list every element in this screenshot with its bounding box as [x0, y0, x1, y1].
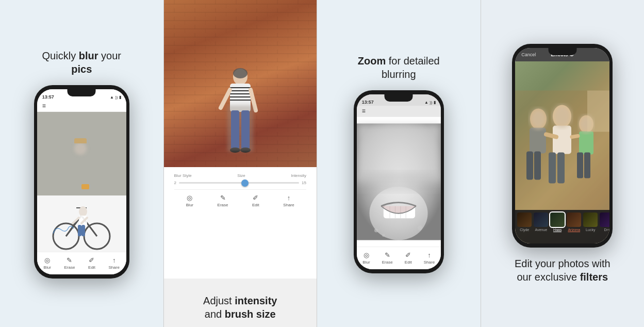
- filter-dr[interactable]: Dr+: [600, 212, 609, 232]
- panel-1: Quickly blur your pics 13:57 ▲ )) ▮ ≡: [0, 0, 163, 327]
- panel-3: Zoom for detailedblurring 13:57 ▲ )) ▮ ≡: [317, 0, 481, 327]
- hat: [74, 138, 87, 143]
- edit-icon-3: ✐: [405, 251, 411, 259]
- svg-point-43: [382, 234, 385, 237]
- svg-rect-11: [81, 225, 85, 236]
- edit-icon-2: ✐: [253, 194, 258, 202]
- toolbar-share: ↑ Share: [109, 256, 120, 270]
- panel-4: Cancel Effects ① Cancel: [481, 0, 645, 327]
- filter-avenue[interactable]: Avenue: [534, 212, 548, 232]
- share-label-2: Share: [283, 203, 294, 207]
- panel-2-subtitle: Adjust intensity and brush size: [198, 288, 282, 327]
- filter-name-lucky: Lucky: [586, 228, 595, 232]
- smile-svg: [357, 117, 441, 247]
- app-header-3: ≡: [357, 106, 441, 117]
- slider-thumb: [241, 179, 249, 187]
- edit-label-3: Edit: [405, 260, 412, 265]
- share-icon: ↑: [112, 256, 116, 264]
- filter-thumb-avenue[interactable]: [534, 212, 548, 227]
- photo-main: Clyde Avenue Haas Arizona: [515, 61, 609, 243]
- panel-3-title: Zoom for detailedblurring: [358, 54, 440, 81]
- share-icon-3: ↑: [427, 251, 431, 259]
- share-icon-2: ↑: [287, 194, 291, 202]
- svg-point-44: [418, 225, 422, 230]
- slider-row: 2 15: [174, 181, 307, 185]
- filter-clyde[interactable]: Clyde: [517, 212, 532, 232]
- intensity-label: Intensity: [291, 173, 306, 178]
- panel-1-title: Quickly blur your pics: [42, 49, 121, 76]
- status-icons-3: ▲ )) ▮: [424, 100, 436, 105]
- filter-name-clyde: Clyde: [520, 228, 529, 232]
- filter-thumb-clyde[interactable]: [517, 212, 532, 227]
- filter-thumb-dr[interactable]: [600, 212, 609, 227]
- toolbar-share-2: ↑ Share: [283, 194, 294, 207]
- toolbar-edit-3: ✐ Edit: [405, 251, 412, 265]
- toolbar-edit-2: ✐ Edit: [252, 194, 259, 207]
- svg-rect-33: [227, 105, 253, 152]
- svg-point-20: [233, 68, 247, 78]
- filter-name-avenue: Avenue: [535, 228, 547, 232]
- toolbar-edit: ✐ Edit: [88, 256, 95, 270]
- panel-2: Blur Style Size Intensity 2 15 ◎ Blur ✎: [164, 0, 317, 327]
- image-area-3: [357, 117, 441, 247]
- phone-3-screen: 13:57 ▲ )) ▮ ≡: [357, 94, 441, 269]
- panel-4-subtitle: Edit your photos withour exclusive filte…: [515, 257, 610, 284]
- erase-icon-2: ✎: [220, 194, 226, 202]
- image-area-1: [37, 112, 126, 252]
- share-label: Share: [109, 265, 120, 270]
- svg-rect-65: [587, 90, 609, 132]
- notch-3: [385, 94, 413, 102]
- time: 13:57: [42, 94, 54, 100]
- svg-point-42: [374, 228, 378, 232]
- share-label-3: Share: [424, 260, 435, 265]
- erase-icon-3: ✎: [385, 251, 390, 259]
- hamburger-icon: ≡: [42, 103, 46, 109]
- phone-1: 13:57 ▲ )) ▮ ≡: [34, 85, 129, 279]
- filter-thumb-arizona[interactable]: [567, 212, 581, 227]
- phone-4: Cancel Effects ① Cancel: [512, 44, 613, 248]
- status-icons: ▲ )) ▮: [110, 95, 121, 100]
- filter-haas[interactable]: Haas: [550, 212, 565, 232]
- toolbar-blur-3: ◎ Blur: [362, 251, 370, 265]
- notch-4: [548, 48, 576, 55]
- phone-toolbar-3: ◎ Blur ✎ Erase ✐ Edit ↑ Share: [357, 247, 441, 269]
- panel-2-controls: Blur Style Size Intensity 2 15 ◎ Blur ✎: [164, 167, 317, 279]
- svg-line-29: [221, 90, 230, 108]
- erase-label: Erase: [64, 265, 75, 270]
- slider-min: 2: [174, 181, 176, 185]
- phone-4-screen: Cancel Effects ① Cancel: [515, 48, 609, 243]
- svg-point-8: [79, 206, 87, 217]
- phone-toolbar-1: ◎ Blur ✎ Erase ✐ Edit ↑ Share: [37, 252, 126, 274]
- filter-lucky[interactable]: Lucky: [583, 212, 598, 232]
- time-3: 13:57: [362, 100, 374, 105]
- erase-label-2: Erase: [218, 203, 228, 207]
- erase-label-3: Erase: [382, 260, 393, 265]
- signature: [51, 223, 76, 236]
- filter-name-haas: Haas: [553, 228, 562, 232]
- panel-2-image-area: Blur Style Size Intensity 2 15 ◎ Blur ✎: [164, 0, 317, 279]
- hamburger-icon-3: ≡: [362, 108, 366, 114]
- edit-icon: ✐: [89, 256, 94, 264]
- blur-icon: ◎: [44, 256, 50, 264]
- slider-max: 15: [302, 181, 306, 185]
- phone-3: 13:57 ▲ )) ▮ ≡: [354, 90, 444, 273]
- erase-icon: ✎: [67, 256, 72, 264]
- notch: [68, 89, 96, 96]
- toolbar-blur: ◎ Blur: [44, 256, 51, 270]
- size-label: Size: [237, 173, 245, 178]
- filter-thumb-lucky[interactable]: [583, 212, 598, 227]
- filter-thumb-haas[interactable]: [550, 212, 565, 227]
- svg-rect-45: [357, 172, 441, 191]
- shirt-detail: [81, 184, 89, 189]
- toolbar-erase: ✎ Erase: [64, 256, 75, 270]
- blur-label-3: Blur: [362, 260, 370, 265]
- panel-2-toolbar: ◎ Blur ✎ Erase ✐ Edit ↑ Share: [174, 189, 307, 207]
- phone-1-screen: 13:57 ▲ )) ▮ ≡: [37, 89, 126, 274]
- cancel-label: Cancel: [521, 52, 536, 57]
- edit-label: Edit: [88, 265, 95, 270]
- filter-strip: Clyde Avenue Haas Arizona: [515, 210, 609, 243]
- toolbar-blur-2: ◎ Blur: [186, 194, 193, 207]
- filter-name-dr: Dr+: [604, 228, 610, 232]
- filter-arizona[interactable]: Arizona: [567, 212, 581, 232]
- slider-track: [179, 182, 299, 184]
